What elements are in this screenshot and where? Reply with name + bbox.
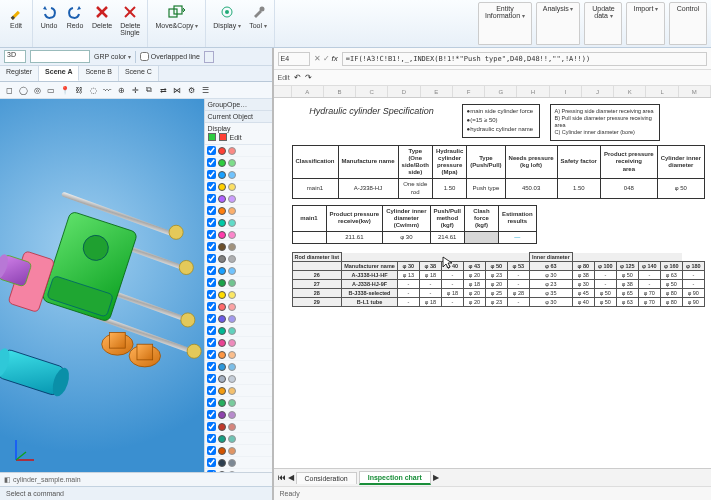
layer-row[interactable] bbox=[205, 373, 272, 385]
layer-visibility-checkbox[interactable] bbox=[207, 302, 216, 311]
layer-row[interactable] bbox=[205, 193, 272, 205]
tab-scene-b[interactable]: Scene B bbox=[79, 66, 118, 81]
analysis-tab[interactable]: Analysis bbox=[536, 2, 581, 45]
target-icon[interactable]: ⊕ bbox=[115, 84, 127, 96]
layer-visibility-checkbox[interactable] bbox=[207, 374, 216, 383]
tie-icon[interactable]: ⋈ bbox=[171, 84, 183, 96]
ring-icon[interactable]: ◌ bbox=[87, 84, 99, 96]
layer-row[interactable] bbox=[205, 337, 272, 349]
layer-row[interactable] bbox=[205, 157, 272, 169]
layer-row[interactable] bbox=[205, 409, 272, 421]
layer-visibility-checkbox[interactable] bbox=[207, 182, 216, 191]
flow-icon[interactable]: ⇄ bbox=[157, 84, 169, 96]
update-data-tab[interactable]: Update data bbox=[584, 2, 622, 45]
layer-visibility-checkbox[interactable] bbox=[207, 158, 216, 167]
gear-icon[interactable]: ⚙ bbox=[185, 84, 197, 96]
layer-visibility-checkbox[interactable] bbox=[207, 338, 216, 347]
grp-color-dropdown[interactable]: GRP color bbox=[94, 53, 131, 60]
layer-visibility-checkbox[interactable] bbox=[207, 422, 216, 431]
layer-row[interactable] bbox=[205, 169, 272, 181]
torus-icon[interactable]: ◎ bbox=[31, 84, 43, 96]
layer-row[interactable] bbox=[205, 217, 272, 229]
layer-row[interactable] bbox=[205, 205, 272, 217]
layer-row[interactable] bbox=[205, 361, 272, 373]
import-tab[interactable]: Import bbox=[626, 2, 665, 45]
layer-row[interactable] bbox=[205, 349, 272, 361]
delete-single-button[interactable]: Delete Single bbox=[117, 2, 143, 37]
tab-nav-next-icon[interactable]: ▶ bbox=[433, 473, 439, 482]
undo-button[interactable]: Undo bbox=[37, 2, 61, 30]
curve-icon[interactable]: 〰 bbox=[101, 84, 113, 96]
layer-visibility-checkbox[interactable] bbox=[207, 386, 216, 395]
layer-row[interactable] bbox=[205, 181, 272, 193]
excel-redo-icon[interactable]: ↷ bbox=[305, 73, 312, 82]
crosshair-icon[interactable]: ✛ bbox=[129, 84, 141, 96]
layer-visibility-checkbox[interactable] bbox=[207, 206, 216, 215]
dual-icon[interactable]: ⧉ bbox=[143, 84, 155, 96]
cube-icon[interactable]: ◻ bbox=[3, 84, 15, 96]
layer-row[interactable] bbox=[205, 229, 272, 241]
tab-scene-c[interactable]: Scene C bbox=[119, 66, 159, 81]
layer-visibility-checkbox[interactable] bbox=[207, 266, 216, 275]
tab-scene-a[interactable]: Scene A bbox=[39, 66, 79, 81]
layers-icon[interactable]: ☰ bbox=[199, 84, 211, 96]
layer-row[interactable] bbox=[205, 445, 272, 457]
layer-row[interactable] bbox=[205, 433, 272, 445]
document-tab[interactable]: ◧ cylinder_sample.main bbox=[4, 476, 81, 484]
layer-visibility-checkbox[interactable] bbox=[207, 446, 216, 455]
layer-visibility-checkbox[interactable] bbox=[207, 230, 216, 239]
layer-row[interactable] bbox=[205, 421, 272, 433]
sheet-tab-consideration[interactable]: Consideration bbox=[296, 472, 357, 484]
cancel-icon[interactable]: ✕ bbox=[314, 54, 321, 63]
layer-visibility-checkbox[interactable] bbox=[207, 170, 216, 179]
overlap-checkbox[interactable]: Overlapped line bbox=[140, 52, 200, 61]
layer-visibility-checkbox[interactable] bbox=[207, 242, 216, 251]
layer-row[interactable] bbox=[205, 397, 272, 409]
cell-reference-box[interactable]: E4 bbox=[278, 52, 310, 66]
search-input[interactable] bbox=[30, 50, 90, 63]
entity-info-tab[interactable]: Entity Information bbox=[478, 2, 532, 45]
fx-icon[interactable]: fx bbox=[332, 54, 338, 63]
layer-row[interactable] bbox=[205, 277, 272, 289]
sheet-grid[interactable]: Hydraulic cylinder Specification ●main s… bbox=[274, 98, 711, 468]
table-row[interactable]: 211.61φ 30214.61— bbox=[292, 232, 536, 244]
layer-visibility-checkbox[interactable] bbox=[207, 278, 216, 287]
layer-row[interactable] bbox=[205, 301, 272, 313]
tab-nav-first-icon[interactable]: ⏮ bbox=[278, 473, 286, 482]
layer-row[interactable] bbox=[205, 145, 272, 157]
tool-button[interactable]: Tool bbox=[246, 2, 270, 30]
control-tab[interactable]: Control bbox=[669, 2, 707, 45]
layer-row[interactable] bbox=[205, 289, 272, 301]
tab-register[interactable]: Register bbox=[0, 66, 39, 81]
layer-visibility-checkbox[interactable] bbox=[207, 434, 216, 443]
layer-visibility-checkbox[interactable] bbox=[207, 254, 216, 263]
box-icon[interactable]: ▭ bbox=[45, 84, 57, 96]
layer-row[interactable] bbox=[205, 457, 272, 469]
table-row[interactable]: 28B-J338-selected--φ 18φ 20φ 25φ 28φ 35φ… bbox=[292, 289, 704, 298]
layer-visibility-checkbox[interactable] bbox=[207, 218, 216, 227]
layer-visibility-checkbox[interactable] bbox=[207, 350, 216, 359]
delete-button[interactable]: Delete bbox=[89, 2, 115, 30]
layer-row[interactable] bbox=[205, 313, 272, 325]
layer-visibility-checkbox[interactable] bbox=[207, 458, 216, 467]
viewport-3d[interactable] bbox=[0, 99, 204, 472]
layer-visibility-checkbox[interactable] bbox=[207, 362, 216, 371]
pin-icon[interactable]: 📍 bbox=[59, 84, 71, 96]
layer-row[interactable] bbox=[205, 265, 272, 277]
layer-row[interactable] bbox=[205, 241, 272, 253]
layer-visibility-checkbox[interactable] bbox=[207, 146, 216, 155]
edit-button[interactable]: Edit bbox=[4, 2, 28, 30]
link-icon[interactable]: ⛓ bbox=[73, 84, 85, 96]
redo-button[interactable]: Redo bbox=[63, 2, 87, 30]
excel-undo-icon[interactable]: ↶ bbox=[294, 73, 301, 82]
mode-input[interactable]: 3D bbox=[4, 50, 26, 63]
sheet-tab-inspection[interactable]: Inspection chart bbox=[359, 471, 431, 485]
table-row[interactable]: 27A-J338-HJ-9F---φ 18φ 20-φ 23φ 30-φ 38-… bbox=[292, 280, 704, 289]
table-row[interactable]: main1A-J338-HJOne side rod1.50Push type4… bbox=[292, 179, 704, 198]
layer-visibility-checkbox[interactable] bbox=[207, 314, 216, 323]
layer-visibility-checkbox[interactable] bbox=[207, 410, 216, 419]
layer-row[interactable] bbox=[205, 253, 272, 265]
layer-visibility-checkbox[interactable] bbox=[207, 290, 216, 299]
layer-visibility-checkbox[interactable] bbox=[207, 194, 216, 203]
table-row[interactable]: 26A-J338-HJ-HFφ 13φ 18-φ 20φ 23-φ 30φ 38… bbox=[292, 271, 704, 280]
